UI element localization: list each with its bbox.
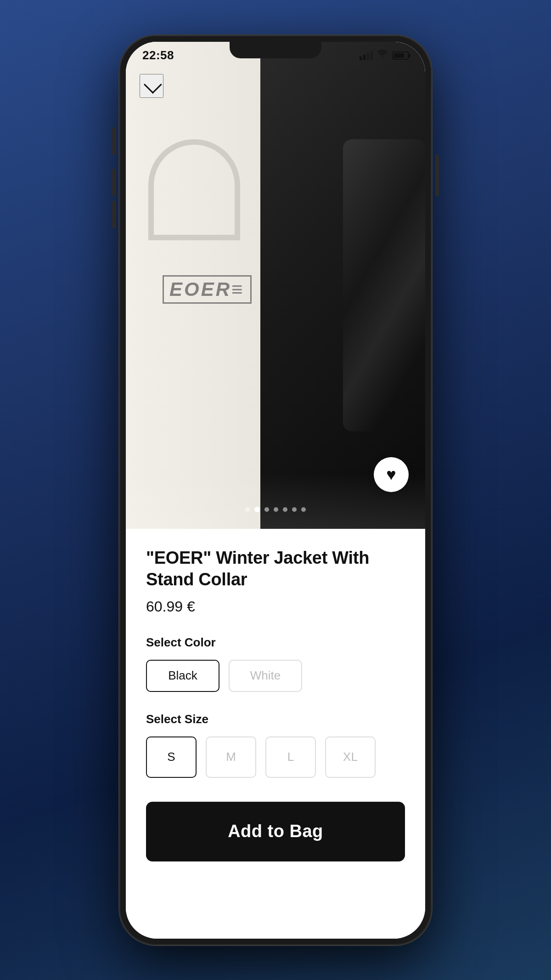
signal-icon <box>360 51 373 60</box>
image-dots <box>245 507 306 512</box>
product-image-area: EOER≡ ♥ <box>126 42 425 529</box>
back-button[interactable] <box>140 74 163 98</box>
dot-3[interactable] <box>264 507 269 512</box>
dot-7[interactable] <box>301 507 306 512</box>
chevron-down-icon <box>144 75 162 94</box>
color-label: Select Color <box>146 635 405 650</box>
phone-screen: 22:58 <box>126 42 425 939</box>
status-icons <box>360 50 409 61</box>
wifi-icon <box>377 50 388 61</box>
product-image: EOER≡ ♥ <box>126 42 425 529</box>
phone-frame: 22:58 <box>119 35 432 945</box>
dot-6[interactable] <box>292 507 297 512</box>
color-options: Black White <box>146 660 405 692</box>
dot-4[interactable] <box>274 507 278 512</box>
heart-icon: ♥ <box>386 466 396 483</box>
size-m[interactable]: M <box>206 736 256 778</box>
dot-5[interactable] <box>283 507 287 512</box>
brand-text-white: EOER≡ <box>163 275 252 304</box>
size-xl[interactable]: XL <box>325 736 376 778</box>
color-white[interactable]: White <box>229 660 302 692</box>
product-price: 60.99 € <box>146 598 405 615</box>
size-s[interactable]: S <box>146 736 197 778</box>
dot-1[interactable] <box>245 507 250 512</box>
size-options: S M L XL <box>146 736 405 778</box>
add-to-bag-button[interactable]: Add to Bag <box>146 802 405 861</box>
product-details: "EOER" Winter Jacket With Stand Collar 6… <box>126 529 425 939</box>
product-title: "EOER" Winter Jacket With Stand Collar <box>146 547 405 591</box>
color-black[interactable]: Black <box>146 660 219 692</box>
status-time: 22:58 <box>142 48 174 62</box>
wishlist-button[interactable]: ♥ <box>374 457 409 492</box>
dot-2[interactable] <box>254 507 260 512</box>
battery-icon <box>392 51 409 60</box>
size-label: Select Size <box>146 712 405 726</box>
phone-notch <box>230 42 321 58</box>
size-l[interactable]: L <box>265 736 316 778</box>
